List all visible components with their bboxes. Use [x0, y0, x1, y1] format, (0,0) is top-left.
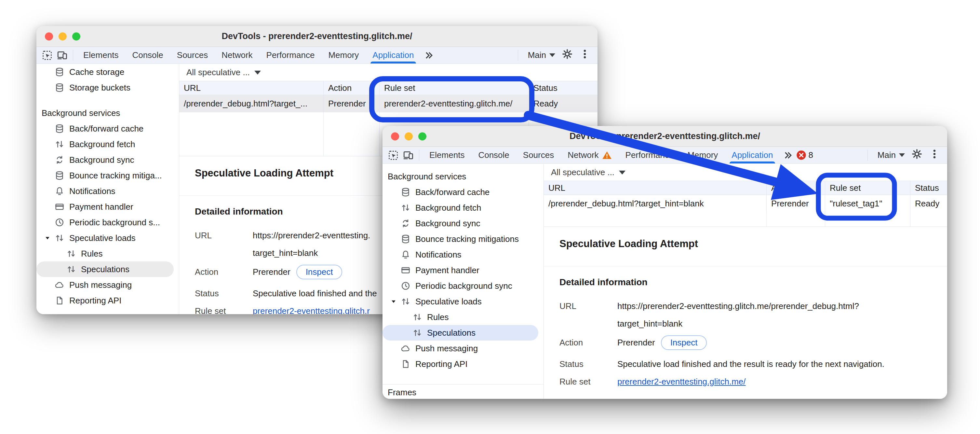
- tab-network[interactable]: Network: [215, 47, 259, 64]
- sidebar-item-speculations[interactable]: Speculations: [37, 262, 174, 277]
- filter-dropdown[interactable]: All speculative ...: [551, 168, 614, 177]
- updown-arrows-icon: [412, 312, 422, 322]
- sidebar-item-speculations[interactable]: Speculations: [382, 325, 538, 341]
- inspect-button[interactable]: Inspect: [661, 335, 707, 350]
- titlebar[interactable]: DevTools - prerender2-eventtesting.glitc…: [382, 126, 947, 147]
- row-cell-2[interactable]: "ruleset_tag1": [825, 195, 910, 212]
- column-header-url: URL: [179, 81, 323, 95]
- sidebar-item-background-sync[interactable]: Background sync: [37, 152, 179, 168]
- row-cell-1[interactable]: Prerender: [323, 95, 379, 112]
- sidebar-item-rules[interactable]: Rules: [37, 246, 179, 262]
- sidebar-section-background-services: Background services: [382, 169, 544, 184]
- sidebar-item-speculative-loads[interactable]: Speculative loads: [382, 294, 544, 309]
- tree-expander-icon[interactable]: [390, 298, 397, 305]
- row-cell-2[interactable]: prerender2-eventtesting.glitch.me/: [379, 95, 528, 112]
- sidebar-item-push-messaging[interactable]: Push messaging: [37, 277, 179, 293]
- sidebar-item-payment-handler[interactable]: Payment handler: [382, 262, 544, 278]
- tab-application[interactable]: Application: [366, 47, 420, 64]
- titlebar[interactable]: DevTools - prerender2-eventtesting.glitc…: [37, 26, 598, 47]
- settings-button[interactable]: [562, 48, 573, 62]
- sidebar-item-label: Rules: [427, 312, 449, 322]
- sidebar-item-bounce-tracking-mitiga[interactable]: Bounce tracking mitiga...: [37, 168, 179, 183]
- device-toolbar-button[interactable]: [401, 148, 416, 163]
- customize-devtools-button[interactable]: [929, 148, 940, 162]
- sidebar-item-rules[interactable]: Rules: [382, 309, 544, 325]
- row-cell-1[interactable]: Prerender: [766, 195, 825, 212]
- sidebar-item-reporting-api[interactable]: Reporting API: [37, 293, 179, 308]
- sidebar-item-reporting-api[interactable]: Reporting API: [382, 356, 544, 372]
- sidebar-item-storage-buckets[interactable]: Storage buckets: [37, 80, 179, 96]
- context-selector[interactable]: Main: [878, 150, 905, 160]
- sidebar-item-background-fetch[interactable]: Background fetch: [37, 136, 179, 152]
- sidebar-item-label: Speculative loads: [69, 233, 136, 243]
- sidebar-item-payment-handler[interactable]: Payment handler: [37, 199, 179, 215]
- tab-elements[interactable]: Elements: [423, 147, 471, 163]
- tab-network[interactable]: Network: [561, 147, 618, 163]
- warning-icon: [602, 150, 612, 160]
- tab-label: Sources: [177, 50, 208, 60]
- sidebar-item-push-messaging[interactable]: Push messaging: [382, 341, 544, 356]
- detail-row-url: URL https://prerender2-eventtesting.glit…: [560, 297, 944, 332]
- device-toolbar-button[interactable]: [55, 48, 70, 62]
- window-title: DevTools - prerender2-eventtesting.glitc…: [221, 31, 412, 41]
- tab-application[interactable]: Application: [725, 147, 780, 163]
- tab-memory[interactable]: Memory: [681, 147, 725, 163]
- url-value: https://prerender2-eventtesting.glitch.m…: [617, 297, 859, 332]
- sidebar-item-cache-storage[interactable]: Cache storage: [37, 64, 179, 80]
- tab-console[interactable]: Console: [125, 47, 170, 64]
- chevron-down-icon: [255, 71, 261, 75]
- sidebar-item-label: Push messaging: [69, 280, 132, 290]
- table-row[interactable]: /prerender_debug.html?target_...Prerende…: [179, 95, 598, 112]
- tab-label: Network: [221, 50, 252, 60]
- table-row[interactable]: /prerender_debug.html?target_hint=blankP…: [544, 195, 947, 212]
- ruleset-link[interactable]: prerender2-eventtesting.glitch.me/: [617, 377, 746, 387]
- more-tabs-button[interactable]: [421, 51, 437, 60]
- speculations-view: All speculative ... URLActionRule setSta…: [544, 164, 947, 399]
- filter-dropdown[interactable]: All speculative ...: [186, 67, 250, 78]
- sidebar-item-back-forward-cache[interactable]: Back/forward cache: [382, 184, 544, 200]
- tab-sources[interactable]: Sources: [516, 147, 561, 163]
- tab-sources[interactable]: Sources: [170, 47, 215, 64]
- inspect-element-button[interactable]: [40, 48, 55, 62]
- tab-performance[interactable]: Performance: [619, 147, 681, 163]
- sidebar-item-bounce-tracking-mitigations[interactable]: Bounce tracking mitigations: [382, 231, 544, 247]
- row-cell-0[interactable]: /prerender_debug.html?target_...: [179, 95, 323, 112]
- sidebar-item-speculative-loads[interactable]: Speculative loads: [37, 230, 179, 246]
- tab-console[interactable]: Console: [471, 147, 516, 163]
- devtools-tabbar: ElementsConsoleSourcesNetworkPerformance…: [37, 47, 598, 64]
- close-button[interactable]: [391, 132, 399, 140]
- sidebar-item-background-sync[interactable]: Background sync: [382, 215, 544, 231]
- tab-label: Console: [478, 150, 509, 160]
- tab-memory[interactable]: Memory: [321, 47, 366, 64]
- settings-button[interactable]: [912, 148, 923, 162]
- zoom-button[interactable]: [72, 32, 80, 40]
- sidebar-item-notifications[interactable]: Notifications: [382, 247, 544, 262]
- sidebar-item-notifications[interactable]: Notifications: [37, 183, 179, 199]
- close-button[interactable]: [45, 32, 53, 40]
- tab-label: Memory: [687, 150, 718, 160]
- sidebar-item-periodic-background-sync[interactable]: Periodic background sync: [382, 278, 544, 294]
- sidebar-item-back-forward-cache[interactable]: Back/forward cache: [37, 121, 179, 136]
- sidebar-item-periodic-background-s[interactable]: Periodic background s...: [37, 215, 179, 230]
- zoom-button[interactable]: [418, 132, 426, 140]
- tab-performance[interactable]: Performance: [259, 47, 322, 64]
- detail-section-title: Detailed information: [195, 206, 283, 217]
- sidebar-item-background-fetch[interactable]: Background fetch: [382, 200, 544, 215]
- minimize-button[interactable]: [59, 32, 67, 40]
- inspect-button[interactable]: Inspect: [296, 265, 342, 279]
- ruleset-link[interactable]: prerender2-eventtesting.glitch.r: [253, 306, 370, 314]
- tab-elements[interactable]: Elements: [76, 47, 125, 64]
- customize-devtools-button[interactable]: [579, 48, 590, 62]
- inspect-element-button[interactable]: [386, 148, 401, 163]
- minimize-button[interactable]: [405, 132, 413, 140]
- row-cell-3[interactable]: Ready: [528, 95, 597, 112]
- chevron-down-icon: [899, 153, 905, 157]
- more-tabs-button[interactable]: [780, 150, 796, 160]
- database-icon: [401, 234, 410, 244]
- row-cell-0[interactable]: /prerender_debug.html?target_hint=blank: [544, 195, 766, 212]
- context-selector[interactable]: Main: [528, 50, 555, 60]
- console-error-counter[interactable]: 8: [796, 150, 813, 160]
- row-cell-3[interactable]: Ready: [910, 195, 947, 212]
- tree-expander-icon[interactable]: [44, 235, 51, 241]
- database-icon: [55, 67, 64, 77]
